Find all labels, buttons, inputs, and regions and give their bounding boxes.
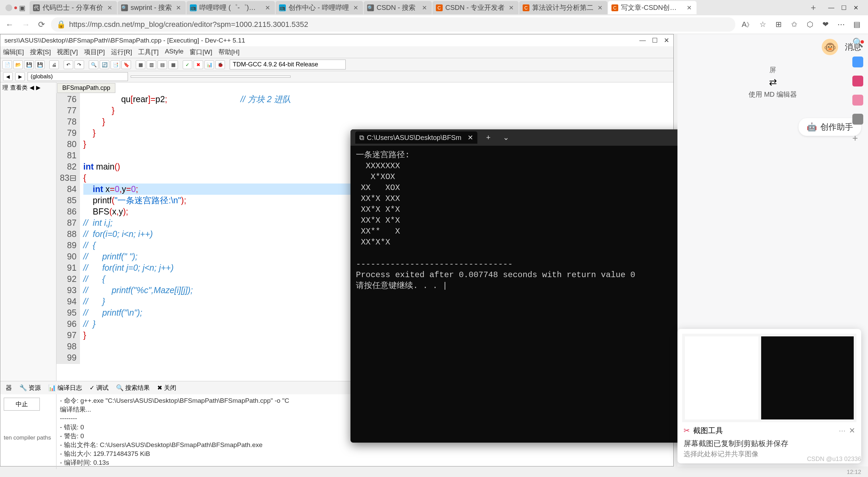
undo-icon[interactable]: ↶ (64, 60, 73, 69)
csdn-avatar[interactable]: 🐵 (822, 39, 838, 55)
maximize-button[interactable]: ☐ (841, 4, 847, 12)
menu-item[interactable]: 编辑[E] (3, 48, 24, 57)
nav-back-icon[interactable]: ◀ (3, 72, 13, 81)
menu-item[interactable]: 运行[R] (111, 48, 132, 57)
search-rail-icon[interactable]: 🔍 (852, 37, 863, 48)
side-nav-right-icon[interactable]: ▶ (36, 84, 40, 91)
find-icon[interactable]: 🔍 (89, 60, 98, 69)
browser-tab[interactable]: 代代码巴士 - 分享有价✕ (30, 1, 117, 14)
people-rail-icon[interactable] (852, 95, 863, 106)
md-editor-label[interactable]: 使用 MD 编辑器 (749, 90, 797, 99)
devcpp-close[interactable]: ✕ (664, 36, 669, 44)
stats-icon[interactable]: 📊 (204, 60, 214, 69)
collections-icon[interactable]: ⊞ (774, 20, 783, 29)
browser-tab[interactable]: C算法设计与分析第二✕ (519, 1, 607, 14)
compiler-select[interactable]: TDM-GCC 4.9.2 64-bit Release (230, 60, 346, 69)
debug-icon[interactable]: 🐞 (215, 60, 225, 69)
open-icon[interactable]: 📂 (13, 60, 23, 69)
browser-tab[interactable]: CCSDN - 专业开发者✕ (432, 1, 519, 14)
file-tab[interactable]: BFSmapPath.cpp (57, 83, 115, 93)
tab-close-icon[interactable]: ✕ (596, 4, 604, 12)
minimize-button[interactable]: — (828, 4, 834, 12)
output-tab[interactable]: 🔧 资源 (16, 383, 44, 393)
terminal-new-tab[interactable]: + (483, 132, 494, 143)
tab-close-icon[interactable]: ✕ (106, 4, 114, 12)
tools-rail-icon[interactable] (852, 114, 863, 125)
url-input[interactable]: 🔒 https://mp.csdn.net/mp_blog/creation/e… (51, 17, 735, 32)
goto-icon[interactable]: 📑 (111, 60, 120, 69)
tab-close-icon[interactable]: ✕ (175, 4, 182, 12)
layout2-icon[interactable]: ▥ (147, 60, 156, 69)
sidebar-toggle-icon[interactable]: ▤ (852, 20, 861, 29)
output-tab[interactable]: ✓ 调试 (86, 383, 112, 393)
read-aloud-icon[interactable]: A》 (743, 20, 752, 29)
menu-item[interactable]: 视图[V] (57, 48, 78, 57)
extensions-icon[interactable]: ⬡ (805, 20, 814, 29)
new-file-icon[interactable]: 📄 (2, 60, 12, 69)
menu-item[interactable]: 项目[P] (84, 48, 105, 57)
workspaces-icon[interactable]: ▣ (19, 4, 26, 12)
menu-item[interactable]: 帮助[H] (218, 48, 240, 57)
snip-preview[interactable] (682, 334, 856, 422)
shop-rail-icon[interactable] (852, 76, 863, 86)
stop-button[interactable]: 中止 (4, 398, 40, 411)
layout1-icon[interactable]: ▦ (136, 60, 145, 69)
save-all-icon[interactable]: 💾 (35, 60, 45, 69)
replace-icon[interactable]: 🔄 (100, 60, 109, 69)
cancel-compile-icon[interactable]: ✖ (194, 60, 203, 69)
forward-button: → (20, 20, 32, 29)
devcpp-maximize[interactable]: ☐ (652, 36, 658, 44)
layout3-icon[interactable]: ▤ (158, 60, 167, 69)
snipping-tool-popup[interactable]: ✂ 截图工具 ⋯ ✕ 屏幕截图已复制到剪贴板并保存 选择此处标记并共享图像 (677, 329, 861, 463)
print-icon[interactable]: 🖨 (49, 60, 59, 69)
terminal-dropdown-icon[interactable]: ⌄ (499, 132, 512, 143)
back-button[interactable]: ← (3, 20, 16, 29)
tab-close-icon[interactable]: ✕ (421, 4, 428, 12)
refresh-button[interactable]: ⟳ (36, 20, 47, 29)
symbols-select[interactable] (131, 76, 291, 78)
tab-favicon: 代 (33, 4, 40, 11)
menu-item[interactable]: 窗口[W] (190, 48, 212, 57)
more-actions-icon[interactable]: ⋯ (837, 20, 846, 29)
terminal-tab-close[interactable]: ✕ (468, 133, 473, 142)
favorite-icon[interactable]: ☆ (758, 20, 767, 29)
snip-close-icon[interactable]: ✕ (849, 426, 855, 435)
output-tab[interactable]: 📊 编译日志 (45, 383, 85, 393)
terminal-tab[interactable]: ⧉ C:\Users\ASUS\Desktop\BFSm ✕ (355, 131, 477, 144)
nav-fwd-icon[interactable]: ▶ (15, 72, 25, 81)
add-rail-icon[interactable]: + (852, 133, 863, 144)
bookmark-icon[interactable]: 🔖 (121, 60, 131, 69)
output-tab[interactable]: 器 (2, 383, 15, 393)
layout4-icon[interactable]: ▦ (168, 60, 178, 69)
menu-item[interactable]: AStyle (165, 48, 183, 57)
side-tab-1[interactable]: 理 (2, 84, 8, 92)
new-tab-button[interactable]: + (807, 2, 820, 13)
side-nav-left-icon[interactable]: ◀ (30, 84, 34, 91)
tab-close-icon[interactable]: ✕ (352, 4, 360, 12)
favorites-bar-icon[interactable]: ✩ (790, 20, 799, 29)
tab-close-icon[interactable]: ✕ (685, 4, 693, 12)
output-tab[interactable]: ✖ 关闭 (154, 383, 180, 393)
redo-icon[interactable]: ↷ (75, 60, 84, 69)
side-tab-2[interactable]: 查看类 (10, 84, 28, 92)
menu-item[interactable]: 搜索[S] (30, 48, 51, 57)
close-window-button[interactable]: ✕ (853, 4, 858, 12)
compile-icon[interactable]: ✓ (183, 60, 192, 69)
save-icon[interactable]: 💾 (24, 60, 34, 69)
browser-tab[interactable]: 🔍CSDN - 搜索✕ (364, 1, 432, 14)
browser-tab[interactable]: 📺创作中心 - 哔哩哔哩✕ (276, 1, 363, 14)
devcpp-minimize[interactable]: — (639, 36, 646, 44)
tab-close-icon[interactable]: ✕ (264, 4, 272, 12)
tag-rail-icon[interactable] (852, 57, 863, 67)
snip-more-icon[interactable]: ⋯ (839, 427, 846, 435)
browser-tab[interactable]: 🔍swprint - 搜索✕ (118, 1, 186, 14)
swap-icon[interactable]: ⇄ (769, 77, 777, 88)
browser-tab[interactable]: C写文章-CSDN创作中✕ (608, 1, 697, 14)
output-tab[interactable]: 🔍 搜索结果 (113, 383, 153, 393)
rewards-icon[interactable]: ❤ (821, 20, 830, 29)
browser-tab[interactable]: 📺哔哩哔哩 (゜-゜)つロ✕ (186, 1, 275, 14)
menu-item[interactable]: 工具[T] (138, 48, 159, 57)
profile-avatar[interactable] (5, 4, 12, 11)
globals-select[interactable]: (globals) (28, 72, 128, 81)
tab-close-icon[interactable]: ✕ (507, 4, 515, 12)
